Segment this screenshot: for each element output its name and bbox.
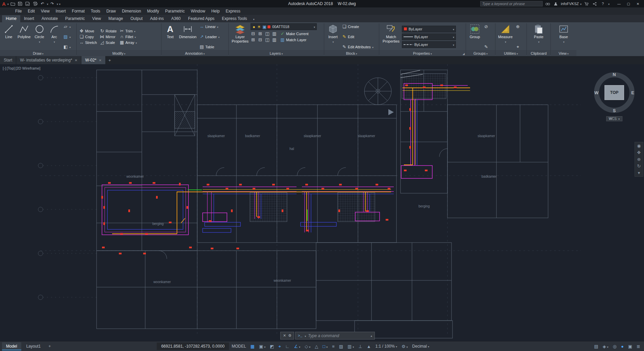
file-tab-w02[interactable]: W-02*✕ xyxy=(81,56,106,64)
coordinates-readout[interactable]: 66921.8581, -107282.4573, 0.0000 xyxy=(157,343,229,350)
make-current-button[interactable]: ✓Make Current xyxy=(279,31,310,36)
layer-properties-button[interactable]: Layer Properties xyxy=(230,23,250,50)
region-caret[interactable] xyxy=(69,45,71,49)
trim-tool-button[interactable]: ✂Trim xyxy=(119,29,137,33)
linear-dimension-button[interactable]: ↔Linear xyxy=(198,24,221,29)
command-close-icon[interactable]: ✕ xyxy=(283,333,286,338)
layout1-tab[interactable]: Layout1 xyxy=(22,342,45,350)
annotation-scale-control[interactable]: 1:1 / 100% xyxy=(374,343,399,350)
transparency-toggle[interactable]: ▨ xyxy=(337,343,345,350)
measure-button[interactable]: Measure xyxy=(497,23,514,50)
viewcube[interactable]: N S W E TOP WWCSWCS xyxy=(594,72,635,113)
dynamic-ucs-toggle[interactable]: ⊥ xyxy=(357,343,364,350)
navbar-more-caret[interactable]: ▾ xyxy=(638,171,640,175)
close-tab-icon[interactable]: ✕ xyxy=(75,58,77,62)
isolate-objects-button[interactable]: ◎ xyxy=(611,343,618,350)
layer-on-all-tool-icon[interactable]: ⊟ xyxy=(258,37,263,42)
search-input[interactable] xyxy=(480,1,543,6)
scale-tool-button[interactable]: ◿Scale xyxy=(99,40,117,45)
match-layer-button[interactable]: ▥Match Layer xyxy=(279,37,308,42)
layer-freeze-tool-icon[interactable]: ◫ xyxy=(265,31,270,36)
line-tool-button[interactable]: Line xyxy=(2,23,16,50)
viewcube-top-face[interactable]: TOP xyxy=(604,85,624,100)
id-point-button[interactable]: ⌖ xyxy=(514,44,521,49)
group-button[interactable]: Group xyxy=(468,23,482,50)
viewport-visual-style-control[interactable]: [2D Wireframe] xyxy=(16,66,41,70)
command-input[interactable]: >_ Type a command ▴ xyxy=(295,332,375,340)
mirror-tool-button[interactable]: ⋈Mirror xyxy=(99,34,117,39)
ribbon-tab-a360[interactable]: A360 xyxy=(168,15,184,22)
graphics-performance-button[interactable]: ● xyxy=(619,343,625,350)
new-drawing-tab-button[interactable]: + xyxy=(106,56,114,64)
ribbon-tab-addins[interactable]: Add-ins xyxy=(146,15,168,22)
quick-measure-button[interactable]: ⊕ xyxy=(514,24,521,29)
polyline-tool-button[interactable]: Polyline xyxy=(17,23,32,50)
rectangle-caret[interactable] xyxy=(69,25,71,29)
stretch-tool-button[interactable]: ↔Stretch xyxy=(78,40,98,45)
units-control[interactable]: Decimal xyxy=(411,343,431,350)
undo-icon[interactable]: ↶ xyxy=(39,1,46,7)
model-space-toggle[interactable]: MODEL xyxy=(230,343,248,350)
pan-icon[interactable]: ✥ xyxy=(637,150,641,155)
menu-draw[interactable]: Draw xyxy=(103,8,119,15)
lock-ui-control[interactable]: ◈ xyxy=(601,343,610,350)
layer-off-tool-icon[interactable]: ⊟ xyxy=(251,31,256,36)
hatch-tool-button[interactable]: ▨ xyxy=(62,34,72,39)
model-tab[interactable]: Model xyxy=(2,342,21,350)
menu-insert[interactable]: Insert xyxy=(53,8,69,15)
circle-options-caret[interactable] xyxy=(38,39,40,44)
fillet-caret[interactable] xyxy=(134,35,136,39)
panel-footer-draw[interactable]: Draw xyxy=(0,50,76,56)
new-layout-button[interactable]: + xyxy=(46,342,53,350)
panel-footer-block[interactable]: Block xyxy=(324,50,379,56)
measure-caret[interactable] xyxy=(505,39,506,44)
menu-file[interactable]: File xyxy=(12,8,25,15)
undo-caret[interactable] xyxy=(47,1,48,6)
cart-icon[interactable] xyxy=(584,1,590,6)
search-binoculars-icon[interactable] xyxy=(545,1,551,6)
polar-tracking-toggle[interactable]: ∠ xyxy=(292,343,302,350)
user-icon[interactable] xyxy=(553,1,559,6)
panel-footer-properties[interactable]: Properties◢ xyxy=(379,50,466,56)
panel-footer-modify[interactable]: Modify xyxy=(77,50,161,56)
autocad-logo-icon[interactable]: A xyxy=(1,1,6,6)
menu-view[interactable]: View xyxy=(38,8,53,15)
array-caret[interactable] xyxy=(135,41,137,45)
menu-help[interactable]: Help xyxy=(208,8,223,15)
object-snap-toggle[interactable]: □ xyxy=(321,343,329,350)
circle-tool-button[interactable]: Circle xyxy=(32,23,47,50)
dynamic-input-toggle[interactable]: ⌖ xyxy=(277,343,283,350)
annotation-visibility-toggle[interactable]: ▲ xyxy=(365,343,373,350)
snap-mode-toggle[interactable]: ▣ xyxy=(257,343,267,350)
menu-modify[interactable]: Modify xyxy=(144,8,162,15)
ribbon-tab-insert[interactable]: Insert xyxy=(20,15,38,22)
object-color-combo[interactable]: ByLayer xyxy=(402,26,456,32)
ribbon-tab-home[interactable]: Home xyxy=(2,15,20,22)
workspace-switching-gear[interactable]: ⚙ xyxy=(400,343,410,350)
layer-lock-tool-icon[interactable]: ▥ xyxy=(272,31,277,36)
ribbon-tab-view[interactable]: View xyxy=(88,15,105,22)
viewcube-west[interactable]: W xyxy=(594,90,598,95)
match-properties-button[interactable]: Match Properties xyxy=(381,23,401,50)
recent-commands-caret[interactable] xyxy=(304,333,306,338)
wcs-menu[interactable]: WWCSWCS xyxy=(606,116,622,121)
group-edit-button[interactable]: ✎ xyxy=(483,44,490,49)
signed-in-account[interactable]: infoFVKSZ xyxy=(561,2,582,6)
save-as-icon[interactable] xyxy=(24,1,31,7)
ungroup-button[interactable]: ⊘ xyxy=(483,24,490,29)
linear-caret[interactable] xyxy=(217,25,218,29)
base-view-button[interactable]: Base xyxy=(557,23,571,50)
customization-menu-button[interactable]: ≣ xyxy=(635,343,642,350)
hatch-caret[interactable] xyxy=(69,35,71,39)
close-button[interactable]: ✕ xyxy=(633,0,643,7)
layer-walk-tool-icon[interactable]: ▥ xyxy=(272,37,277,42)
leader-button[interactable]: ↗Leader xyxy=(198,34,221,39)
drawing-canvas[interactable]: [-] [Top] [2D Wireframe] xyxy=(0,64,644,341)
ortho-mode-toggle[interactable]: ∟ xyxy=(284,343,291,350)
menu-edit[interactable]: Edit xyxy=(25,8,38,15)
menu-dimension[interactable]: Dimension xyxy=(119,8,144,15)
app-menu-caret[interactable] xyxy=(7,1,9,6)
help-caret[interactable] xyxy=(608,1,610,6)
arc-tool-button[interactable]: Arc xyxy=(47,23,61,50)
insert-caret[interactable] xyxy=(332,39,334,44)
